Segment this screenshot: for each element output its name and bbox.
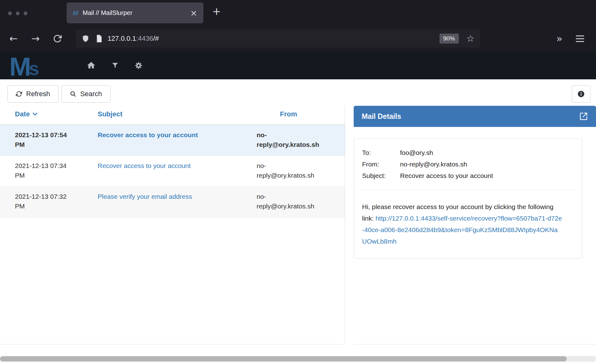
tab-title: Mail // MailSlurper <box>83 9 186 16</box>
mail-row-from: no-reply@ory.kratos.sh <box>257 161 345 180</box>
url-text[interactable]: 127.0.0.1:4436/# <box>108 35 159 43</box>
mail-row-subject-link[interactable]: Please verify your email address <box>98 192 257 211</box>
url-host: 127.0.0.1 <box>108 35 136 42</box>
mail-row[interactable]: 2021-12-13 07:32 PM Please verify your e… <box>0 187 345 217</box>
search-icon <box>70 91 76 97</box>
overflow-chevrons-icon[interactable]: » <box>556 34 562 44</box>
to-value: foo@ory.sh <box>400 147 433 158</box>
column-header-date[interactable]: Date <box>0 110 98 118</box>
refresh-icon <box>16 91 22 97</box>
detail-to-row: To: foo@ory.sh <box>362 147 574 158</box>
window-controls[interactable] <box>8 12 27 15</box>
panel-divider <box>345 106 345 344</box>
url-bar[interactable]: 127.0.0.1:4436/# 90% ☆ <box>76 30 480 48</box>
mail-row-subject-link[interactable]: Recover access to your account <box>98 130 257 149</box>
logo-letter-s: s <box>29 58 39 79</box>
reload-button[interactable] <box>53 34 62 43</box>
column-header-from[interactable]: From <box>257 110 345 118</box>
mail-body: Hi, please recover access to your accoun… <box>362 201 574 247</box>
from-value: no-reply@ory.kratos.sh <box>400 158 467 170</box>
details-separator <box>362 189 574 190</box>
refresh-button[interactable]: Refresh <box>7 85 58 103</box>
screen: M Mail // MailSlurper × + ← → 127.0.0.1:… <box>0 0 596 364</box>
detail-subject-row: Subject: Recover access to your account <box>362 170 574 181</box>
url-port: :4436 <box>136 35 153 42</box>
back-button[interactable]: ← <box>9 34 18 44</box>
url-path: /# <box>153 35 159 42</box>
subject-label: Subject: <box>362 170 400 181</box>
mail-list-header: Date Subject From <box>0 104 345 125</box>
zoom-level-badge[interactable]: 90% <box>440 34 459 44</box>
home-icon[interactable] <box>86 61 96 70</box>
app-header: M s <box>0 51 596 79</box>
bookmark-star-icon[interactable]: ☆ <box>466 34 475 43</box>
filter-icon[interactable] <box>111 62 119 69</box>
search-button[interactable]: Search <box>62 85 110 103</box>
window-maximize-icon[interactable] <box>24 12 27 15</box>
window-minimize-icon[interactable] <box>16 12 20 15</box>
browser-tab[interactable]: M Mail // MailSlurper × <box>67 2 203 23</box>
browser-navbar: ← → 127.0.0.1:4436/# 90% ☆ » <box>0 26 596 51</box>
subject-value: Recover access to your account <box>400 170 493 181</box>
sort-caret-down-icon <box>33 113 37 116</box>
open-external-icon[interactable] <box>579 112 588 121</box>
hamburger-menu-icon[interactable] <box>576 35 584 42</box>
shield-icon[interactable] <box>81 35 90 43</box>
info-icon <box>577 90 585 98</box>
mail-row[interactable]: 2021-12-13 07:34 PM Recover access to yo… <box>0 156 345 187</box>
new-tab-button[interactable]: + <box>212 5 221 17</box>
column-header-subject[interactable]: Subject <box>98 110 257 118</box>
mail-row[interactable]: 2021-12-13 07:54 PM Recover access to yo… <box>0 125 345 156</box>
to-label: To: <box>362 147 400 158</box>
tab-close-icon[interactable]: × <box>190 9 197 17</box>
recovery-link[interactable]: http://127.0.0.1:4433/self-service/recov… <box>362 215 562 245</box>
mail-row-date: 2021-12-13 07:54 PM <box>0 130 98 149</box>
mail-row-subject-link[interactable]: Recover access to your account <box>98 161 257 180</box>
mail-row-date: 2021-12-13 07:32 PM <box>0 192 98 211</box>
mail-details-header: Mail Details <box>354 106 596 127</box>
mail-row-from: no-reply@ory.kratos.sh <box>257 130 345 149</box>
forward-button[interactable]: → <box>31 34 40 44</box>
scrollbar-thumb[interactable] <box>0 356 567 362</box>
from-label: From: <box>362 158 400 170</box>
mail-list: Date Subject From 2021-12-13 07:54 PM Re… <box>0 104 345 217</box>
refresh-label: Refresh <box>26 90 50 98</box>
mailslurper-logo: M s <box>9 51 39 79</box>
info-button[interactable] <box>572 85 590 103</box>
horizontal-scrollbar[interactable] <box>0 355 596 363</box>
gear-icon[interactable] <box>134 61 143 70</box>
left-panel-bottom-border <box>0 344 345 344</box>
tab-favicon-icon: M <box>73 9 78 17</box>
mail-row-date: 2021-12-13 07:34 PM <box>0 161 98 180</box>
right-panel-bottom-border <box>354 344 596 344</box>
search-label: Search <box>80 90 102 98</box>
mail-row-from: no-reply@ory.kratos.sh <box>257 192 345 211</box>
page-icon <box>96 35 103 43</box>
logo-letter-m: M <box>9 54 31 79</box>
window-close-icon[interactable] <box>8 12 12 15</box>
detail-from-row: From: no-reply@ory.kratos.sh <box>362 158 574 170</box>
mail-details-card: To: foo@ory.sh From: no-reply@ory.kratos… <box>354 138 582 259</box>
mail-details-title: Mail Details <box>362 112 579 121</box>
browser-titlebar: M Mail // MailSlurper × + <box>0 0 596 26</box>
